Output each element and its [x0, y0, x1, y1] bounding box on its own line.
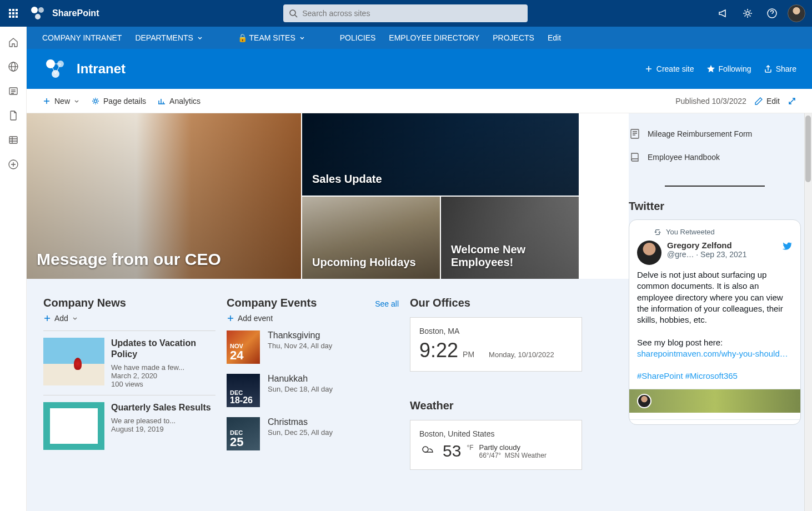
expand-icon[interactable]: [788, 97, 796, 106]
offices-weather-section: Our Offices Boston, MA 9:22 PM Monday, 1…: [410, 297, 582, 470]
retweet-label: You Retweeted: [637, 228, 793, 236]
event-date-tile: NOV24: [227, 330, 260, 364]
news-thumbnail: [43, 402, 104, 450]
news-teaser: We have made a few...: [111, 363, 215, 372]
section-heading: Company Events: [227, 297, 317, 309]
svg-line-4: [295, 15, 297, 17]
new-button[interactable]: New: [42, 97, 80, 106]
weather-card: Boston, United States 53 °F Partly cloud…: [410, 420, 582, 470]
product-name: SharePoint: [52, 8, 99, 18]
svg-point-19: [423, 447, 428, 452]
see-all-link[interactable]: See all: [375, 299, 399, 308]
following-button[interactable]: Following: [706, 64, 751, 73]
news-thumbnail: [43, 338, 104, 385]
nav-projects[interactable]: PROJECTS: [493, 33, 534, 42]
hero-tile-sales[interactable]: Sales Update: [302, 113, 579, 196]
quicklink-handbook[interactable]: Employee Handbook: [629, 146, 801, 169]
rail-create[interactable]: [2, 153, 24, 176]
event-when: Sun, Dec 18, All day: [268, 385, 333, 393]
news-teaser: We are pleased to...: [111, 417, 211, 425]
tweet-hashtags[interactable]: #SharePoint #Microsoft365: [637, 371, 738, 380]
nav-company-intranet[interactable]: COMPANY INTRANET: [42, 33, 122, 42]
rail-global[interactable]: [2, 56, 24, 78]
tweet-footer-avatar: [637, 394, 651, 408]
plus-icon: [43, 314, 51, 322]
product-logo[interactable]: SharePoint: [29, 4, 99, 22]
user-avatar[interactable]: [785, 0, 808, 27]
rail-files[interactable]: [2, 104, 24, 127]
twitter-embed: You Retweeted Gregory Zelfond @gre… · Se…: [629, 219, 801, 425]
svg-point-5: [746, 12, 749, 15]
svg-point-3: [290, 10, 295, 16]
section-heading: Our Offices: [410, 297, 582, 309]
site-logo-icon: [42, 56, 69, 82]
sharepoint-icon: [29, 4, 47, 22]
tweet-footer-name[interactable]: Gregory Zelfond: [637, 424, 689, 425]
search-icon: [289, 9, 298, 18]
rail-home[interactable]: [2, 31, 24, 53]
weather-range: 66°/47°: [479, 452, 502, 459]
retweet-icon: [654, 228, 661, 236]
weather-temp: 53: [443, 442, 461, 460]
svg-point-0: [31, 7, 38, 13]
nav-edit[interactable]: Edit: [548, 33, 561, 42]
hero-tile-welcome[interactable]: Welcome New Employees!: [441, 197, 579, 279]
section-heading: Twitter: [629, 200, 801, 213]
plus-icon: [227, 314, 234, 322]
rail-news[interactable]: [2, 80, 24, 102]
weather-unit: °F: [467, 444, 473, 452]
office-city: Boston, MA: [419, 327, 573, 335]
help-icon[interactable]: [761, 0, 783, 27]
add-news-button[interactable]: Add: [43, 314, 215, 323]
add-event-button[interactable]: Add event: [227, 314, 399, 323]
news-date: March 2, 2020: [111, 372, 215, 380]
weather-source: MSN Weather: [505, 452, 547, 459]
share-icon: [764, 64, 773, 73]
news-item[interactable]: Updates to Vacation Policy We have made …: [43, 330, 215, 395]
nav-departments[interactable]: DEPARTMENTS: [135, 33, 203, 42]
form-icon: [629, 128, 641, 140]
pencil-icon: [754, 97, 763, 106]
chevron-down-icon: [299, 34, 305, 41]
event-when: Sun, Dec 25, All day: [268, 428, 333, 437]
news-views: 100 views: [111, 380, 215, 388]
chevron-right-icon: ›: [694, 424, 696, 425]
search-input[interactable]: [302, 9, 522, 18]
analytics-icon: [157, 97, 166, 106]
published-label: Published 10/3/2022: [675, 97, 746, 106]
news-item[interactable]: Quarterly Sales Results We are pleased t…: [43, 395, 215, 457]
search-box[interactable]: [283, 4, 528, 22]
megaphone-icon[interactable]: [712, 0, 734, 27]
analytics-button[interactable]: Analytics: [157, 97, 201, 106]
weather-icon: [419, 442, 437, 460]
section-heading: Weather: [410, 399, 582, 412]
news-title: Updates to Vacation Policy: [111, 338, 215, 360]
hero-tile-ceo[interactable]: Message from our CEO: [27, 113, 301, 279]
settings-icon[interactable]: [736, 0, 759, 27]
tweet-link[interactable]: sharepointmaven.com/why-you-should…: [637, 349, 788, 358]
tweet-author[interactable]: Gregory Zelfond: [667, 241, 746, 250]
rail-lists[interactable]: [2, 129, 24, 151]
nav-policies[interactable]: POLICIES: [340, 33, 376, 42]
share-button[interactable]: Share: [764, 64, 796, 73]
app-launcher[interactable]: [0, 0, 27, 27]
weather-condition: Partly cloudy: [479, 443, 547, 452]
event-item[interactable]: DEC18-26 HanukkahSun, Dec 18, All day: [227, 374, 399, 407]
svg-point-18: [94, 99, 97, 102]
event-item[interactable]: NOV24 ThanksgivingThu, Nov 24, All day: [227, 330, 399, 364]
hero-tile-holidays[interactable]: Upcoming Holidays: [302, 197, 440, 279]
tweet-avatar[interactable]: [637, 241, 661, 265]
plus-icon: [42, 97, 51, 106]
event-item[interactable]: DEC25 ChristmasSun, Dec 25, All day: [227, 417, 399, 450]
edit-button[interactable]: Edit: [754, 97, 780, 106]
star-icon: [706, 64, 715, 73]
create-site-button[interactable]: Create site: [644, 64, 694, 73]
quicklink-mileage[interactable]: Mileage Reimbursement Form: [629, 122, 801, 146]
tweet-body: Delve is not just about surfacing up com…: [637, 269, 793, 382]
nav-team-sites[interactable]: 🔒 TEAM SITES: [238, 33, 305, 42]
scrollbar-thumb[interactable]: [805, 116, 811, 182]
scrollbar-track[interactable]: [804, 113, 812, 511]
page-details-button[interactable]: Page details: [91, 97, 146, 106]
twitter-bird-icon: [781, 241, 793, 252]
nav-employee-directory[interactable]: EMPLOYEE DIRECTORY: [389, 33, 479, 42]
